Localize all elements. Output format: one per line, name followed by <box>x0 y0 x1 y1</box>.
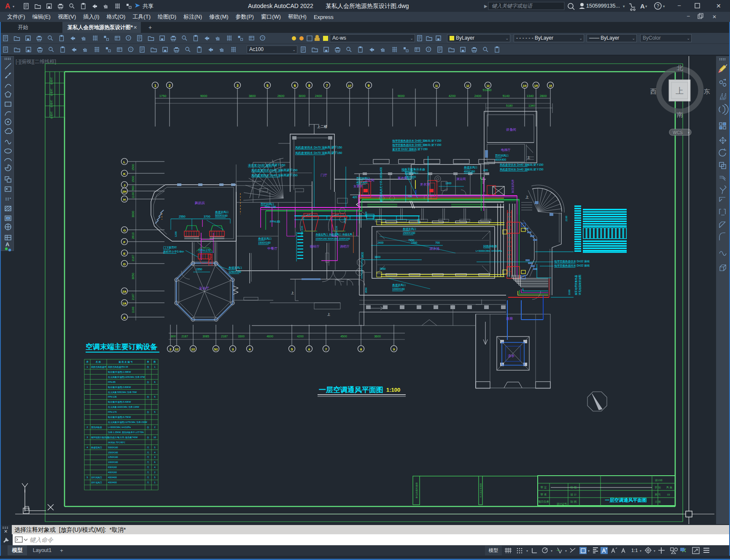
svg-text:2: 2 <box>86 426 88 428</box>
svg-text:1900: 1900 <box>445 182 452 185</box>
svg-text:2400: 2400 <box>377 241 384 244</box>
svg-text:✕: ✕ <box>716 3 721 9</box>
svg-text:功率:1.25KW; 显热回收率不小于70%: 功率:1.25KW; 显热回收率不小于70% <box>108 431 144 433</box>
svg-text:2510: 2510 <box>344 218 346 223</box>
svg-text:一层空调通风平面图: 一层空调通风平面图 <box>319 385 383 394</box>
svg-text:设计师: 设计师 <box>655 479 663 482</box>
svg-text:+: + <box>60 547 63 554</box>
svg-text:4200: 4200 <box>449 94 456 98</box>
svg-text:2400: 2400 <box>315 94 322 98</box>
svg-text:台: 台 <box>147 381 149 383</box>
svg-text:15: 15 <box>549 84 552 87</box>
svg-text:百叶回风口: 百叶回风口 <box>261 202 275 206</box>
svg-text:条缝送风口: 条缝送风口 <box>229 266 242 269</box>
svg-text:回热回收器: 回热回收器 <box>483 245 497 248</box>
svg-text:宴会厅: 宴会厅 <box>199 286 209 290</box>
svg-text:上: 上 <box>527 156 530 159</box>
svg-text:2400: 2400 <box>474 94 482 98</box>
svg-text:8: 8 <box>308 83 310 88</box>
svg-text:日 期: 日 期 <box>655 501 661 503</box>
svg-text:▾: ▾ <box>663 4 665 8</box>
svg-text:4500: 4500 <box>340 335 347 338</box>
svg-text:▾: ▾ <box>13 5 14 8</box>
svg-text:6: 6 <box>308 347 310 351</box>
svg-text:地板采暖集分水器: 地板采暖集分水器 <box>401 168 425 171</box>
svg-text:一层空调通风平面图: 一层空调通风平面图 <box>605 498 647 503</box>
svg-text:凉亭: 凉亭 <box>508 354 515 358</box>
svg-text:FPH-85: FPH-85 <box>270 220 280 223</box>
svg-text:2800: 2800 <box>540 94 547 98</box>
svg-text:▾: ▾ <box>588 549 590 553</box>
svg-text:风机盘管回水 Dn70 顶标高:梁下150: 风机盘管回水 Dn70 顶标高:梁下150 <box>295 151 342 155</box>
svg-text:1: 1 <box>154 481 155 484</box>
svg-text:设备间: 设备间 <box>506 128 516 132</box>
svg-text:散热器片/每片25; 散热量740W: 散热器片/每片25; 散热量740W <box>108 436 137 439</box>
svg-text:✕: ✕ <box>133 25 137 30</box>
svg-text:1: 1 <box>86 366 88 368</box>
svg-text:5: 5 <box>154 476 155 479</box>
svg-text:✕: ✕ <box>712 14 717 20</box>
svg-text:?: ? <box>261 36 264 40</box>
svg-text:6: 6 <box>154 461 155 463</box>
svg-text:✕: ✕ <box>4 529 8 534</box>
svg-text:制冷量(中速档):1.58KW: 制冷量(中速档):1.58KW <box>108 371 131 374</box>
svg-text:2/A: 2/A <box>122 290 127 293</box>
svg-text:3050: 3050 <box>132 273 135 280</box>
svg-text:女更衣: 女更衣 <box>353 184 363 188</box>
svg-text:百叶回风口: 百叶回风口 <box>91 476 102 479</box>
svg-text:1950: 1950 <box>411 241 418 244</box>
svg-text:上: 上 <box>291 291 294 294</box>
svg-text:13: 13 <box>486 84 490 87</box>
svg-text:3550: 3550 <box>365 287 367 293</box>
svg-text:制冷量(中速档):3.80KW: 制冷量(中速档):3.80KW <box>108 386 131 389</box>
svg-text:7850: 7850 <box>380 267 386 270</box>
svg-text:?: ? <box>127 36 129 40</box>
svg-text:3800: 3800 <box>361 252 364 258</box>
svg-text:1/A: 1/A <box>122 302 127 305</box>
svg-text:5: 5 <box>154 446 155 449</box>
svg-text:2187: 2187 <box>132 293 135 300</box>
svg-text:2060: 2060 <box>365 211 367 217</box>
svg-text:东: 东 <box>704 88 710 95</box>
svg-text:门下留百叶: 门下留百叶 <box>163 246 177 249</box>
svg-text:面积不小于0.4m²: 面积不小于0.4m² <box>163 250 184 253</box>
svg-text:?: ? <box>428 48 430 51</box>
svg-text:2: 2 <box>154 471 155 474</box>
svg-text:5: 5 <box>267 83 269 88</box>
svg-text:800: 800 <box>171 335 176 338</box>
svg-text:条缝送风口: 条缝送风口 <box>403 227 417 231</box>
svg-text:3700: 3700 <box>204 215 210 218</box>
svg-text:J: J <box>124 183 125 187</box>
svg-text:3300: 3300 <box>238 335 245 338</box>
svg-text:更衣室: 更衣室 <box>398 176 407 180</box>
svg-text:单: 单 <box>147 361 149 363</box>
svg-text:1340: 1340 <box>528 104 535 107</box>
svg-text:2187: 2187 <box>221 335 228 338</box>
svg-text:6: 6 <box>294 83 296 88</box>
svg-text:1/4: 1/4 <box>523 84 527 87</box>
svg-text:铜管铝翅片散热器: 铜管铝翅片散热器 <box>91 436 109 439</box>
svg-text:冷水管 Dn32 顶标高梁下150: 冷水管 Dn32 顶标高梁下150 <box>248 163 285 167</box>
svg-text:地埋管换热器供水 Dn32 接续: 地埋管换热器供水 Dn32 接续 <box>554 260 590 263</box>
svg-text:名义风量(中速档):1275CMH; 功率:152W: 名义风量(中速档):1275CMH; 功率:152W <box>108 421 147 424</box>
svg-text:1: 1 <box>154 83 156 88</box>
svg-text:1000X160: 1000X160 <box>392 288 405 291</box>
svg-text:?: ? <box>130 48 132 51</box>
svg-text:700: 700 <box>435 241 440 244</box>
svg-text:–: – <box>678 2 681 8</box>
svg-text:▾: ▾ <box>654 549 655 553</box>
svg-text:只: 只 <box>147 456 149 458</box>
svg-text:1750: 1750 <box>159 94 167 98</box>
svg-text:制 图: 制 图 <box>571 500 577 503</box>
svg-text:K: K <box>123 172 126 176</box>
svg-text:审 定: 审 定 <box>541 486 547 489</box>
svg-text:凝水管 Dn32 顶标高:梁下150: 凝水管 Dn32 顶标高:梁下150 <box>392 148 428 151</box>
svg-text:1250X160: 1250X160 <box>229 270 241 273</box>
svg-text:图 号: 图 号 <box>655 493 661 496</box>
svg-text:条缝送风口: 条缝送风口 <box>215 210 229 214</box>
svg-text:F: F <box>124 240 126 244</box>
svg-text:咖啡厅: 咖啡厅 <box>310 245 320 248</box>
svg-text:5180: 5180 <box>506 104 513 107</box>
svg-text:游泳池: 游泳池 <box>429 246 439 250</box>
svg-text:FPH-136: FPH-136 <box>301 226 303 236</box>
